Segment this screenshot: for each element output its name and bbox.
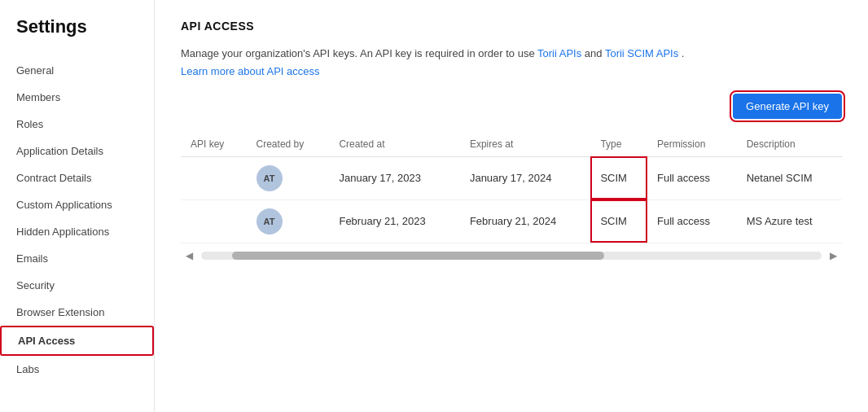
cell-created-by: AT [247,156,330,199]
sidebar-item-contract-details[interactable]: Contract Details [0,164,154,191]
sidebar-item-browser-extension[interactable]: Browser Extension [0,299,154,326]
col-permission: Permission [647,132,737,157]
description-prefix: Manage your organization's API keys. An … [181,47,535,59]
scroll-right-arrow[interactable]: ▶ [825,248,842,263]
col-type: Type [590,132,647,157]
sidebar-item-emails[interactable]: Emails [0,245,154,272]
col-description: Description [737,132,842,157]
sidebar-item-hidden-applications[interactable]: Hidden Applications [0,218,154,245]
scroll-left-arrow[interactable]: ◀ [181,248,198,263]
sidebar-item-labs[interactable]: Labs [0,356,154,383]
col-api-key: API key [181,132,247,157]
cell-api-key [181,199,247,243]
cell-expires-at: January 17, 2024 [460,156,590,199]
table-body: ATJanuary 17, 2023January 17, 2024SCIMFu… [181,156,842,243]
table-head: API key Created by Created at Expires at… [181,132,842,157]
cell-permission: Full access [647,156,737,199]
cell-description: MS Azure test [737,199,842,243]
sidebar-item-api-access[interactable]: API Access [0,326,154,356]
sidebar: Settings GeneralMembersRolesApplication … [0,0,155,412]
description-period: . [682,47,685,59]
table-row: ATFebruary 21, 2023February 21, 2024SCIM… [181,199,842,243]
col-expires-at: Expires at [460,132,590,157]
col-created-by: Created by [247,132,330,157]
sidebar-item-security[interactable]: Security [0,272,154,299]
api-keys-table: API key Created by Created at Expires at… [181,132,842,243]
horizontal-scrollbar[interactable]: ◀ ▶ [181,245,842,266]
cell-permission: Full access [647,199,737,243]
cell-description: Netanel SCIM [737,156,842,199]
sidebar-item-application-details[interactable]: Application Details [0,138,154,164]
learn-more-link[interactable]: Learn more about API access [181,65,320,77]
section-title: API ACCESS [181,20,842,33]
sidebar-item-roles[interactable]: Roles [0,111,154,138]
cell-created-by: AT [247,199,330,243]
sidebar-item-general[interactable]: General [0,57,154,84]
table-header-row: API key Created by Created at Expires at… [181,132,842,157]
description-and: and [585,47,605,59]
torii-scim-apis-link[interactable]: Torii SCIM APIs [605,47,678,59]
description-text: Manage your organization's API keys. An … [181,46,842,62]
cell-type: SCIM [590,199,647,243]
sidebar-item-members[interactable]: Members [0,84,154,111]
sidebar-item-custom-applications[interactable]: Custom Applications [0,191,154,218]
scrollbar-thumb[interactable] [232,252,604,260]
main-content: API ACCESS Manage your organization's AP… [155,0,868,412]
api-keys-table-wrapper: API key Created by Created at Expires at… [181,132,842,266]
scrollbar-track[interactable] [201,252,822,260]
avatar: AT [256,208,283,234]
torii-apis-link[interactable]: Torii APIs [537,47,581,59]
table-row: ATJanuary 17, 2023January 17, 2024SCIMFu… [181,156,842,199]
cell-api-key [181,156,247,199]
cell-type: SCIM [590,156,647,199]
col-created-at: Created at [329,132,459,157]
cell-created-at: January 17, 2023 [329,156,459,199]
page-title: Settings [0,16,154,57]
generate-api-key-button[interactable]: Generate API key [733,94,842,119]
avatar: AT [256,165,283,191]
table-header-row: Generate API key [181,94,842,119]
cell-expires-at: February 21, 2024 [460,199,590,243]
cell-created-at: February 21, 2023 [329,199,459,243]
